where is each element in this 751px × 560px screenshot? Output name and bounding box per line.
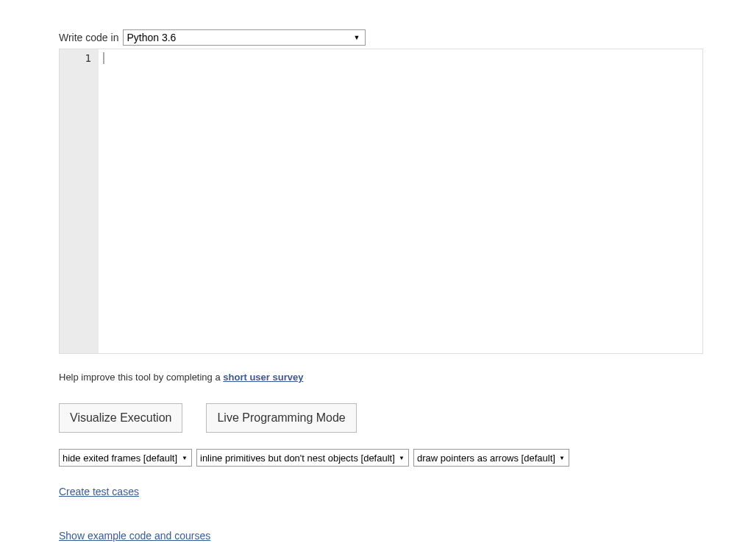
frames-select[interactable]: hide exited frames [default]	[59, 449, 192, 467]
action-buttons: Visualize Execution Live Programming Mod…	[59, 403, 751, 433]
pointers-select[interactable]: draw pointers as arrows [default]	[413, 449, 569, 467]
text-cursor	[103, 52, 104, 64]
help-text-row: Help improve this tool by completing a s…	[59, 372, 751, 383]
help-prefix: Help improve this tool by completing a	[59, 372, 223, 383]
pointers-select-wrapper: draw pointers as arrows [default]	[413, 449, 569, 467]
live-mode-button[interactable]: Live Programming Mode	[206, 403, 356, 433]
frames-select-wrapper: hide exited frames [default]	[59, 449, 192, 467]
language-row: Write code in Python 3.6	[59, 29, 751, 46]
primitives-select[interactable]: inline primitives but don't nest objects…	[196, 449, 409, 467]
code-area[interactable]	[99, 49, 702, 353]
visualize-button[interactable]: Visualize Execution	[59, 403, 182, 433]
survey-link[interactable]: short user survey	[223, 372, 303, 383]
create-tests-link[interactable]: Create test cases	[59, 486, 139, 497]
primitives-select-wrapper: inline primitives but don't nest objects…	[196, 449, 409, 467]
editor-gutter: 1	[60, 49, 99, 353]
language-select[interactable]: Python 3.6	[123, 29, 366, 46]
language-select-wrapper: Python 3.6	[123, 29, 366, 46]
options-row: hide exited frames [default] inline prim…	[59, 449, 703, 467]
show-examples-row: Show example code and courses	[59, 530, 751, 542]
line-number: 1	[60, 51, 99, 65]
show-examples-link[interactable]: Show example code and courses	[59, 530, 210, 542]
write-code-label: Write code in	[59, 32, 118, 43]
code-editor[interactable]: 1	[59, 49, 703, 354]
create-tests-row: Create test cases	[59, 486, 751, 497]
